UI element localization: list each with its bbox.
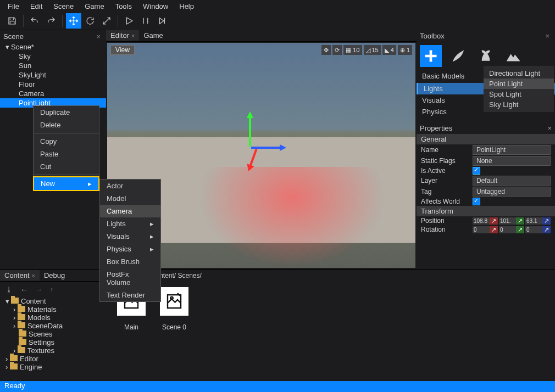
vp-angle-snap[interactable]: ◿ 15 — [364, 45, 381, 55]
toolbox-paint-icon[interactable] — [447, 45, 469, 67]
rot-z-input[interactable]: 0↗ — [525, 226, 551, 233]
asset-scene0[interactable]: Scene 0 — [160, 287, 188, 331]
folder-editor[interactable]: › Editor — [0, 355, 106, 363]
tree-node-camera[interactable]: Camera — [0, 89, 106, 98]
prop-layer-dropdown[interactable]: Default — [473, 176, 551, 186]
pause-button[interactable] — [138, 13, 153, 29]
ctx-actor[interactable]: Actor — [100, 180, 160, 192]
prop-tag-label: Tag — [421, 188, 469, 195]
folder-materials[interactable]: › Materials — [0, 305, 106, 313]
menu-help[interactable]: Help — [174, 1, 199, 12]
chevron-right-icon: ▸ — [88, 180, 92, 188]
prop-tag-dropdown[interactable]: Untagged — [473, 187, 551, 197]
ctx-camera[interactable]: Camera — [100, 205, 160, 217]
undo-button[interactable] — [27, 13, 42, 29]
folder-scenes[interactable]: Scenes — [0, 330, 106, 338]
nav-forward-icon[interactable]: → — [35, 285, 42, 294]
separator — [118, 15, 118, 27]
folder-models[interactable]: › Models — [0, 313, 106, 322]
ctx-delete[interactable]: Delete — [34, 119, 99, 131]
rot-y-input[interactable]: 0↗ — [499, 226, 524, 233]
redo-button[interactable] — [43, 13, 59, 29]
ctx-duplicate[interactable]: Duplicate — [34, 106, 99, 119]
prop-static-dropdown[interactable]: None — [473, 156, 551, 166]
tree-node-floor[interactable]: Floor — [0, 80, 106, 89]
group-transform-header[interactable]: Transform — [417, 206, 555, 216]
toolbox-close[interactable]: × — [543, 32, 552, 40]
light-directional[interactable]: Directional Light — [484, 68, 554, 79]
step-button[interactable] — [154, 13, 170, 29]
scene-asset-icon — [160, 287, 188, 316]
menu-scene[interactable]: Scene — [48, 1, 79, 12]
prop-active-checkbox[interactable] — [473, 167, 480, 175]
ctx-cut[interactable]: Cut — [34, 160, 99, 173]
ctx-textrender[interactable]: Text Render — [100, 289, 160, 301]
pos-z-input[interactable]: 63.1↗ — [525, 217, 551, 225]
ctx-postfx[interactable]: PostFx Volume — [100, 268, 160, 289]
toolbox-add-icon[interactable] — [420, 45, 442, 67]
ctx-paste[interactable]: Paste — [34, 148, 99, 160]
viewport-view-button[interactable]: View — [110, 45, 135, 55]
folder-scenedata[interactable]: › SceneData — [0, 322, 106, 330]
ctx-new[interactable]: New▸ — [34, 177, 99, 191]
ctx-physics[interactable]: Physics▸ — [100, 243, 160, 255]
ctx-copy[interactable]: Copy — [34, 135, 99, 148]
menu-file[interactable]: File — [2, 1, 25, 12]
light-spot[interactable]: Spot Light — [484, 89, 554, 99]
content-tab[interactable]: Content× — [0, 270, 40, 281]
rotate-tool-button[interactable] — [82, 13, 98, 29]
toolbox-terrain-icon[interactable] — [502, 45, 524, 67]
group-general-header[interactable]: General — [417, 134, 555, 144]
rot-x-input[interactable]: 0↗ — [473, 226, 498, 233]
save-button[interactable] — [4, 13, 20, 29]
menu-window[interactable]: Window — [137, 1, 174, 12]
light-point[interactable]: Point Light — [484, 79, 554, 89]
vp-grid-snap[interactable]: ▦ 10 — [343, 45, 362, 55]
scale-tool-button[interactable] — [99, 13, 114, 29]
close-tab-icon[interactable]: × — [32, 272, 35, 279]
properties-close[interactable]: × — [547, 124, 552, 132]
light-sky[interactable]: Sky Light — [484, 99, 554, 110]
menu-game[interactable]: Game — [79, 1, 109, 12]
tab-editor[interactable]: Editor× — [106, 30, 139, 41]
prop-affects-checkbox[interactable] — [473, 198, 480, 205]
tab-game[interactable]: Game — [139, 30, 167, 41]
gizmo-x-axis[interactable] — [251, 147, 284, 149]
vp-rotate-icon[interactable]: ⟳ — [332, 45, 342, 55]
debug-tab[interactable]: Debug — [40, 270, 69, 281]
ctx-model[interactable]: Model — [100, 192, 160, 205]
prop-name-input[interactable]: PointLight — [473, 145, 551, 155]
vp-move-icon[interactable]: ✥ — [321, 45, 331, 55]
nav-up-icon[interactable]: ↑ — [50, 285, 54, 294]
folder-icon — [11, 298, 19, 304]
prop-static-label: Static Flags — [421, 157, 469, 165]
breadcrumb[interactable]: …tures Tour/ Content/ Scenes/ — [106, 270, 555, 282]
nav-back-icon[interactable]: ← — [20, 285, 27, 294]
vp-scale-snap[interactable]: ◣ 4 — [382, 45, 396, 55]
toolbox-foliage-icon[interactable] — [475, 45, 497, 67]
prop-active-label: Is Active — [421, 167, 469, 175]
ctx-lights[interactable]: Lights▸ — [100, 217, 160, 230]
pos-x-input[interactable]: 108.8↗ — [473, 217, 498, 225]
tree-node-sun[interactable]: Sun — [0, 61, 106, 70]
tree-node-sky[interactable]: Sky — [0, 52, 106, 61]
folder-settings[interactable]: Settings — [0, 338, 106, 346]
vp-camera-speed[interactable]: ⊕ 1 — [398, 45, 412, 55]
import-icon[interactable]: ⭳ — [5, 285, 13, 294]
gizmo-y-axis[interactable] — [249, 114, 251, 147]
pos-y-input[interactable]: 101.↗ — [499, 217, 524, 225]
move-tool-button[interactable] — [66, 13, 81, 29]
ctx-boxbrush[interactable]: Box Brush — [100, 255, 160, 268]
ctx-visuals[interactable]: Visuals▸ — [100, 230, 160, 243]
close-tab-icon[interactable]: × — [131, 32, 135, 39]
folder-engine[interactable]: › Engine — [0, 363, 106, 371]
folder-textures[interactable]: › Textures — [0, 346, 106, 355]
scene-panel-close[interactable]: × — [94, 32, 103, 41]
tree-root[interactable]: ▾Scene* — [0, 42, 106, 52]
prop-position-label: Position — [421, 217, 469, 225]
folder-content[interactable]: ▾Content — [0, 297, 106, 305]
tree-node-skylight[interactable]: SkyLight — [0, 70, 106, 80]
menu-tools[interactable]: Tools — [110, 1, 137, 12]
menu-edit[interactable]: Edit — [25, 1, 48, 12]
play-button[interactable] — [121, 13, 137, 29]
